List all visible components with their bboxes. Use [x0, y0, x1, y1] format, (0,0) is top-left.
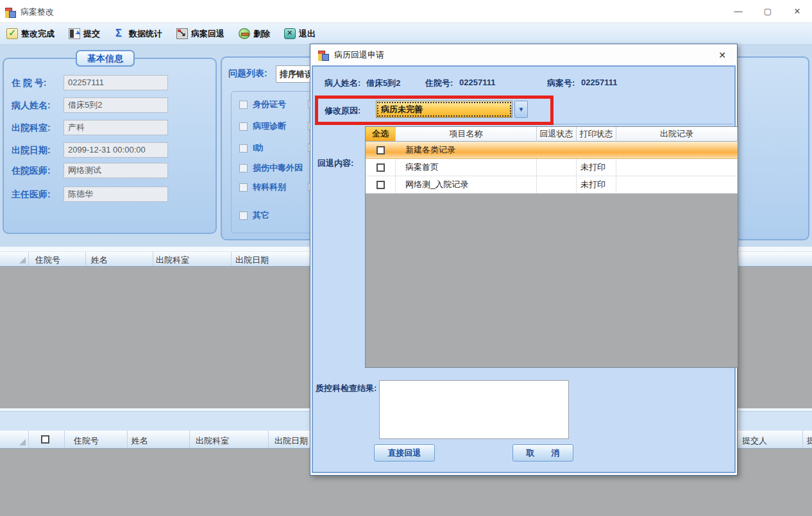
- window-title: 病案整改: [21, 6, 54, 18]
- pathology-checkbox[interactable]: [239, 122, 248, 131]
- main-toolbar: 整改完成 提交 数据统计 病案回退 删除 退出: [0, 23, 812, 45]
- print-status-cell[interactable]: 未打印: [577, 176, 616, 194]
- item-name-column-header[interactable]: 项目名称: [396, 127, 537, 142]
- item-name-cell[interactable]: 网络测_入院记录: [396, 176, 537, 194]
- id-number-label: 身份证号: [253, 99, 286, 110]
- row-checkbox-cell: [366, 176, 396, 194]
- discharge-record-column-header[interactable]: 出院记录: [616, 127, 738, 142]
- toolbar-record-return-label: 病案回退: [191, 28, 224, 40]
- record-return-dialog: 病历回退申请 ✕ 病人姓名: 借床5到2 住院号: 02257111 病案号: …: [310, 44, 738, 476]
- middle-col-name[interactable]: 姓名: [91, 254, 108, 266]
- patient-name-field[interactable]: 借床5到2: [63, 97, 168, 113]
- resident-doctor-field[interactable]: 网络测试: [63, 163, 168, 178]
- return-status-cell[interactable]: [537, 159, 577, 176]
- return-content-label: 回退内容:: [317, 158, 353, 169]
- other-checkbox[interactable]: [239, 212, 248, 220]
- toolbar-exit-button[interactable]: 退出: [283, 25, 317, 43]
- dlg-case-value: 02257111: [581, 78, 617, 87]
- problem-row-assistant: I助: [239, 142, 264, 154]
- row-checkbox[interactable]: [376, 163, 385, 172]
- discharge-date-label: 出院日期:: [12, 145, 51, 156]
- patient-name-label: 病人姓名:: [12, 100, 51, 112]
- dialog-title: 病历回退申请: [334, 49, 384, 61]
- minimize-button[interactable]: —: [723, 0, 753, 23]
- discharge-record-cell[interactable]: [616, 142, 738, 159]
- select-all-column-header[interactable]: 全选: [366, 127, 396, 142]
- return-status-cell[interactable]: [537, 176, 577, 194]
- discharge-date-field[interactable]: 2099-12-31 00:00:00: [63, 142, 168, 158]
- dialog-form-icon: [318, 49, 329, 60]
- annotation-red-box: [315, 96, 554, 125]
- admission-no-label: 住 院 号:: [12, 78, 46, 89]
- admission-no-field[interactable]: 02257111: [63, 75, 168, 90]
- discharge-dept-field[interactable]: 产科: [63, 120, 168, 135]
- exit-icon: [284, 28, 296, 39]
- table-row[interactable]: 病案首页 未打印: [366, 159, 738, 176]
- row-checkbox[interactable]: [376, 146, 385, 154]
- transfer-dept-checkbox[interactable]: [239, 183, 248, 192]
- item-name-cell[interactable]: 病案首页: [396, 159, 537, 176]
- complete-check-icon: [6, 28, 18, 39]
- column-divider: [189, 431, 190, 448]
- cancel-button[interactable]: 取 消: [512, 444, 573, 462]
- discharge-dept-label: 出院科室:: [12, 122, 51, 134]
- dlg-patient-value: 借床5到2: [366, 78, 400, 89]
- toolbar-complete-button[interactable]: 整改完成: [5, 25, 56, 43]
- injury-poison-checkbox[interactable]: [239, 164, 248, 172]
- bottom-col-name[interactable]: 姓名: [131, 435, 148, 447]
- problem-row-pathology: 病理诊断: [239, 121, 286, 132]
- bottom-col-submit-partial[interactable]: 提: [807, 435, 812, 447]
- assistant-checkbox[interactable]: [239, 144, 248, 153]
- bottom-grid-header-checkbox[interactable]: [41, 435, 49, 444]
- middle-col-admission-no[interactable]: 住院号: [35, 254, 60, 266]
- return-status-column-header[interactable]: 回退状态: [537, 127, 577, 142]
- toolbar-statistics-label: 数据统计: [129, 28, 162, 40]
- toolbar-statistics-button[interactable]: 数据统计: [113, 25, 164, 43]
- toolbar-delete-label: 删除: [253, 28, 270, 40]
- toolbar-submit-button[interactable]: 提交: [67, 25, 101, 43]
- close-button[interactable]: ✕: [782, 0, 812, 23]
- column-divider: [231, 252, 232, 266]
- item-name-cell[interactable]: 新建各类记录: [396, 142, 537, 159]
- column-divider: [28, 252, 29, 266]
- table-row[interactable]: 网络测_入院记录 未打印: [366, 176, 738, 194]
- basic-info-tab: 基本信息: [76, 50, 135, 67]
- chief-doctor-field[interactable]: 陈德华: [63, 187, 168, 202]
- column-divider: [802, 431, 803, 448]
- middle-grid-select-all-cell[interactable]: [0, 252, 28, 266]
- toolbar-submit-label: 提交: [83, 28, 100, 40]
- column-divider: [268, 431, 269, 448]
- bottom-col-discharge-date[interactable]: 出院日期: [275, 435, 308, 447]
- other-label: 其它: [253, 210, 269, 221]
- bottom-col-submitter[interactable]: 提交人: [742, 435, 767, 447]
- bottom-grid-select-all-cell[interactable]: [0, 431, 28, 448]
- discharge-record-cell[interactable]: [616, 176, 738, 194]
- column-divider: [153, 252, 153, 266]
- middle-col-discharge-date[interactable]: 出院日期: [235, 254, 269, 266]
- table-row[interactable]: 新建各类记录: [366, 142, 738, 159]
- return-status-cell[interactable]: [537, 142, 577, 159]
- delete-minus-icon: [239, 28, 250, 39]
- injury-poison-label: 损伤中毒外因: [253, 162, 303, 174]
- dlg-admission-label: 住院号:: [425, 78, 453, 89]
- print-status-column-header[interactable]: 打印状态: [577, 127, 616, 142]
- id-number-checkbox[interactable]: [239, 101, 248, 109]
- row-checkbox[interactable]: [376, 181, 385, 189]
- print-status-cell[interactable]: [577, 142, 616, 159]
- maximize-button[interactable]: ▢: [753, 0, 782, 23]
- bottom-col-admission-no[interactable]: 住院号: [74, 435, 99, 447]
- dlg-patient-label: 病人姓名:: [325, 78, 360, 89]
- discharge-record-cell[interactable]: [616, 159, 738, 176]
- print-status-cell[interactable]: 未打印: [577, 159, 616, 176]
- toolbar-record-return-button[interactable]: 病案回退: [175, 25, 226, 43]
- dialog-close-icon[interactable]: ✕: [715, 48, 729, 62]
- app-form-icon: [5, 6, 16, 17]
- toolbar-delete-button[interactable]: 删除: [237, 25, 271, 43]
- qc-result-textarea[interactable]: [379, 380, 569, 439]
- middle-col-discharge-dept[interactable]: 出院科室: [156, 254, 189, 266]
- dlg-case-label: 病案号:: [547, 78, 575, 89]
- bottom-col-discharge-dept[interactable]: 出院科室: [196, 435, 229, 447]
- submit-icon: [69, 28, 80, 39]
- direct-return-button[interactable]: 直接回退: [374, 444, 435, 462]
- application-window: 病案整改 — ▢ ✕ 整改完成 提交 数据统计 病案回退 删除 退出: [0, 0, 812, 516]
